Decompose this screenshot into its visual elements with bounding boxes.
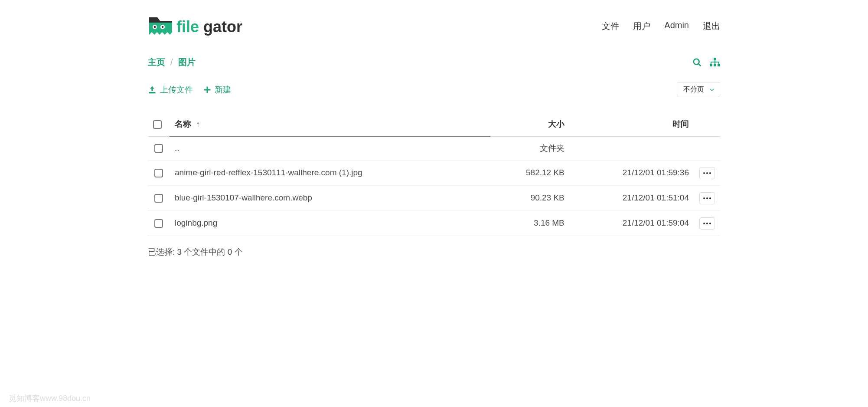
table-row-parent[interactable]: ..文件夹 (148, 136, 720, 160)
breadcrumb-separator: / (170, 57, 173, 67)
more-icon (703, 197, 711, 199)
file-table: 名称 ↑ 大小 时间 ..文件夹anime-girl-red-refflex-1… (148, 112, 720, 236)
svg-rect-0 (149, 23, 172, 35)
more-button[interactable] (699, 217, 715, 230)
column-header-time[interactable]: 时间 (570, 112, 694, 136)
file-name[interactable]: anime-girl-red-refflex-1530111-wallhere.… (170, 160, 490, 185)
more-button[interactable] (699, 167, 715, 179)
pagination-select[interactable]: 不分页 (677, 82, 720, 97)
sort-ascending-icon: ↑ (196, 120, 200, 128)
sitemap-icon[interactable] (710, 58, 720, 67)
svg-rect-17 (718, 62, 719, 64)
nav-files[interactable]: 文件 (602, 20, 619, 32)
file-time (570, 136, 694, 160)
file-time: 21/12/01 01:51:04 (570, 185, 694, 210)
table-row[interactable]: anime-girl-red-refflex-1530111-wallhere.… (148, 160, 720, 185)
nav: 文件 用户 Admin 退出 (602, 20, 720, 32)
more-icon (703, 172, 711, 174)
logo-icon: file gator (148, 13, 261, 39)
nav-admin[interactable]: Admin (664, 20, 689, 32)
new-button[interactable]: 新建 (203, 84, 231, 95)
svg-text:file: file (176, 18, 199, 36)
file-time: 21/12/01 01:59:36 (570, 160, 694, 185)
svg-point-5 (162, 26, 164, 28)
table-row[interactable]: loginbg.png3.16 MB21/12/01 01:59:04 (148, 210, 720, 236)
svg-rect-18 (715, 62, 715, 64)
file-time: 21/12/01 01:59:04 (570, 210, 694, 236)
row-checkbox[interactable] (154, 219, 163, 228)
svg-rect-10 (714, 58, 716, 60)
more-icon (703, 223, 711, 224)
file-name[interactable]: blue-girl-1530107-wallhere.com.webp (170, 185, 490, 210)
upload-label: 上传文件 (160, 84, 193, 95)
logo[interactable]: file gator (148, 13, 261, 39)
file-name[interactable]: .. (170, 136, 490, 160)
chevron-down-icon (709, 87, 715, 92)
nav-users[interactable]: 用户 (633, 20, 650, 32)
sub-header: 主页 / 图片 (148, 56, 720, 68)
selection-info: 已选择: 3 个文件中的 0 个 (148, 246, 720, 258)
new-label: 新建 (215, 84, 231, 95)
toolbar: 上传文件 新建 不分页 (148, 82, 720, 97)
column-header-name[interactable]: 名称 ↑ (170, 112, 490, 136)
row-checkbox[interactable] (154, 144, 163, 153)
select-all-checkbox[interactable] (153, 120, 162, 129)
pagination-label: 不分页 (683, 85, 704, 94)
header: file gator 文件 用户 Admin 退出 (148, 9, 720, 56)
search-icon[interactable] (692, 58, 702, 67)
breadcrumb: 主页 / 图片 (148, 56, 196, 68)
upload-icon (148, 85, 157, 94)
svg-rect-19 (149, 92, 156, 93)
plus-icon (203, 86, 211, 94)
svg-rect-21 (204, 89, 211, 90)
file-size: 文件夹 (490, 136, 570, 160)
row-checkbox[interactable] (154, 194, 163, 203)
more-button[interactable] (699, 192, 715, 204)
row-checkbox[interactable] (154, 169, 163, 177)
column-header-size[interactable]: 大小 (490, 112, 570, 136)
file-name[interactable]: loginbg.png (170, 210, 490, 236)
svg-rect-16 (711, 62, 711, 64)
file-size: 582.12 KB (490, 160, 570, 185)
svg-point-3 (154, 26, 156, 28)
file-size: 3.16 MB (490, 210, 570, 236)
svg-text:gator: gator (203, 18, 242, 36)
svg-line-9 (698, 63, 701, 66)
file-size: 90.23 KB (490, 185, 570, 210)
table-row[interactable]: blue-girl-1530107-wallhere.com.webp90.23… (148, 185, 720, 210)
breadcrumb-home[interactable]: 主页 (148, 56, 165, 68)
breadcrumb-current[interactable]: 图片 (178, 56, 196, 68)
upload-button[interactable]: 上传文件 (148, 84, 193, 95)
nav-logout[interactable]: 退出 (703, 20, 720, 32)
svg-point-8 (694, 59, 699, 64)
